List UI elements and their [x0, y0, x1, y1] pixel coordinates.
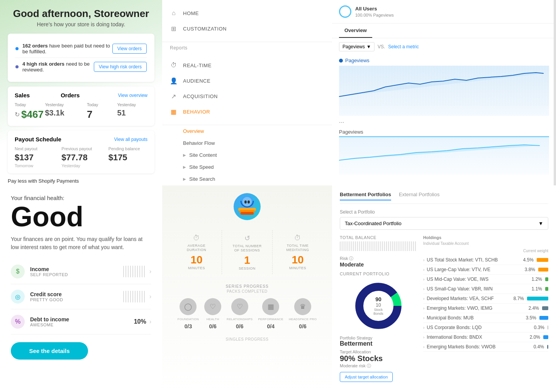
income-chart [123, 266, 146, 277]
holding-name: Emerging Markets Bonds: VWOB [427, 344, 495, 350]
headspace-panel: ⏱ AVERAGEDURATION 10 MINUTES ↺ TOTAL NUM… [162, 185, 332, 392]
pack-name: HEADSPACE PRO [289, 317, 317, 321]
betterment-panel: Betterment Portfolios External Portfolio… [332, 185, 556, 392]
pack-name: RELATIONSHIPS [227, 317, 253, 321]
expand-icon[interactable]: › [423, 287, 424, 291]
sub-behavior-flow[interactable]: Behavior Flow [162, 137, 332, 149]
chart-header: All Users 100.00% Pageviews [332, 0, 556, 24]
holding-right: 2.4% [527, 305, 548, 311]
sales-today: Today ↻ $467 [15, 102, 45, 120]
prev-payout-sub: Yesterday [61, 163, 100, 168]
view-high-risk-button[interactable]: View high risk orders [94, 62, 147, 72]
expand-icon[interactable]: › [423, 297, 424, 301]
betterment-main: Total Balance Risk ⓘ Moderate Current Po… [340, 235, 548, 382]
holding-name: Emerging Markets: VWO, IEMG [427, 305, 492, 311]
sub-site-speed[interactable]: ▶ Site Speed [162, 161, 332, 173]
expand-icon[interactable]: › [423, 277, 424, 282]
pack-relationships: ♡ RELATIONSHIPS 0/6 [227, 298, 253, 329]
credit-title: Credit score [30, 291, 63, 297]
view-overview-link[interactable]: View overview [118, 93, 147, 98]
tab-overview[interactable]: Overview [339, 24, 372, 38]
holding-item: › Developed Markets: VEA, SCHF 8.7% [423, 294, 548, 304]
users-info: All Users 100.00% Pageviews [355, 6, 394, 18]
pack-icon: ♛ [294, 298, 311, 315]
nav-realtime[interactable]: ⏱ REAL-TIME [170, 58, 324, 73]
adjust-allocation-button[interactable]: Adjust target allocation [340, 372, 393, 382]
credit-left: ◎ Credit score PRETTY GOOD [11, 290, 63, 304]
svg-point-2 [244, 200, 247, 204]
next-payout-val: $137 [15, 153, 54, 163]
metric-dropdown[interactable]: Pageviews ▼ [339, 42, 375, 51]
orders-label: Orders [61, 92, 80, 98]
expand-icon[interactable]: › [423, 326, 424, 330]
pack-icon: ◯ [180, 298, 197, 315]
view-payouts-link[interactable]: View all payouts [114, 137, 148, 142]
see-details-button[interactable]: See the details [11, 342, 88, 360]
tab-external-portfolios[interactable]: External Portfolios [399, 192, 440, 200]
nav-home[interactable]: ⌂ HOME [170, 5, 324, 21]
expand-icon[interactable]: › [423, 316, 424, 320]
pack-progress: 0/6 [236, 323, 243, 329]
debt-right: 10% › [134, 318, 151, 325]
income-chevron-icon: › [149, 268, 151, 275]
holding-pct: 4.5% [521, 257, 534, 263]
holding-left: › Developed Markets: VEA, SCHF [423, 296, 494, 301]
vs-label: VS. [378, 44, 385, 49]
debt-sub: AWESOME [30, 322, 69, 327]
credit-right: › [123, 291, 151, 302]
expand-icon[interactable]: › [423, 268, 424, 272]
sales-today-val: $467 [21, 109, 44, 120]
total-balance-label: Total Balance [340, 235, 417, 240]
risk-val: Moderate [340, 261, 417, 268]
chart-background-2 [339, 136, 549, 175]
expand-icon[interactable]: › [423, 258, 424, 262]
today-label-2: Today [87, 102, 117, 107]
view-orders-button[interactable]: View orders [112, 44, 147, 54]
users-pct: 100.00% Pageviews [355, 13, 394, 17]
avg-duration-label: AVERAGEDURATION [171, 244, 222, 252]
holding-left: › Emerging Markets: VWO, IEMG [423, 305, 492, 311]
avg-duration-unit: MINUTES [171, 266, 222, 270]
expand-icon[interactable]: › [423, 306, 424, 311]
sync-icon: ↻ [15, 111, 20, 118]
chart-background-1 [339, 66, 549, 116]
avatar-illustration [234, 193, 261, 220]
chart-dots: ... [332, 116, 556, 126]
donut-bond-label: Bonds [373, 312, 383, 316]
nav-customization[interactable]: ⊞ CUSTOMIZATION [170, 21, 324, 36]
financial-status: Good [11, 203, 151, 231]
sub-overview[interactable]: Overview [162, 125, 332, 137]
scrollbar[interactable] [554, 0, 556, 185]
select-metric-link[interactable]: Select a metric [388, 44, 419, 49]
nav-behavior[interactable]: ▦ BEHAVIOR [170, 104, 324, 119]
portfolio-dropdown[interactable]: Tax-Coordinated Portfolio ▼ [340, 217, 548, 230]
holding-item: › International Bonds: BNDX 2.0% [423, 333, 548, 342]
expand-icon[interactable]: › [423, 335, 424, 339]
analytics-navigation: ⌂ HOME ⊞ CUSTOMIZATION [162, 0, 332, 42]
holding-pct: 8.7% [512, 296, 524, 301]
sub-site-content[interactable]: ▶ Site Content [162, 149, 332, 161]
holding-pct: 1.2% [530, 277, 542, 282]
orders-today: Today 7 [87, 102, 117, 120]
holding-pct: 3.8% [523, 267, 535, 272]
pack-icon: ♡ [231, 298, 248, 315]
sales-label: Sales [15, 92, 30, 98]
risk-label: Risk ⓘ [340, 256, 417, 261]
holding-item: › Municipal Bonds: MUB 3.5% [423, 313, 548, 323]
nav-audience[interactable]: 👤 AUDIENCE [170, 73, 324, 88]
chart-controls: Pageviews ▼ VS. Select a metric [332, 38, 556, 55]
holding-right: 8.7% [512, 296, 548, 301]
tab-betterment-portfolios[interactable]: Betterment Portfolios [340, 192, 391, 200]
users-circle-icon [339, 5, 351, 18]
donut-stock-val: 90 [373, 296, 383, 302]
orders-yesterday-val: 51 [117, 109, 148, 117]
sub-site-search[interactable]: ▶ Site Search [162, 173, 332, 185]
next-payout-label: Next payout [15, 146, 54, 151]
holding-bar [527, 297, 548, 300]
expand-icon[interactable]: › [423, 345, 424, 349]
total-sessions-unit: SESSION [222, 266, 272, 270]
donut-stock-label: Stock [373, 308, 383, 312]
nav-acquisition[interactable]: ↗ ACQUISITION [170, 88, 324, 104]
acquisition-icon: ↗ [170, 92, 178, 100]
total-sessions-stat: ↺ TOTAL NUMBEROF SESSIONS 1 SESSION [222, 230, 273, 274]
